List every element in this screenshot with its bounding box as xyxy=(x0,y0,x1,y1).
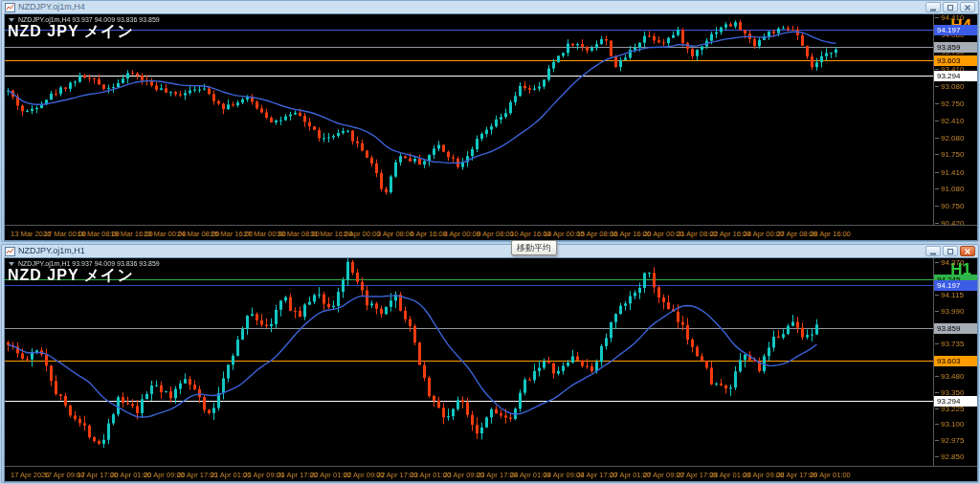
hline-price-label: 93.603 xyxy=(934,356,977,366)
window-titlebar[interactable]: NZDJPY.oj1m,H4 xyxy=(2,1,978,13)
chart-window-h1: NZDJPY.oj1m,H1 NZDJPY.oj1m,H1 93.937 94.… xyxy=(1,244,979,483)
price-scale[interactable]: 94.37094.11593.99093.73593.48093.35093.2… xyxy=(933,258,977,466)
time-tick: 6 Apr 16:00 xyxy=(411,230,447,238)
bid-price-label: 93.859 xyxy=(934,323,977,334)
close-button[interactable] xyxy=(960,2,975,12)
time-tick: 8 Apr 00:00 xyxy=(443,230,479,238)
price-tick: 92.750 xyxy=(941,100,964,108)
window-title: NZDJPY.oj1m,H1 xyxy=(18,245,85,257)
tooltip: 移動平均 xyxy=(511,240,557,255)
time-tick: 3 Apr 08:00 xyxy=(377,230,413,238)
window-controls xyxy=(925,246,975,256)
window-titlebar[interactable]: NZDJPY.oj1m,H1 xyxy=(2,245,978,257)
hline-price-label: 93.603 xyxy=(934,55,977,66)
price-tick: 91.750 xyxy=(941,151,964,159)
chart-window-h4: NZDJPY.oj1m,H4 NZDJPY.oj1m,H4 93.937 94.… xyxy=(1,0,979,242)
one-click-trading-arrow-icon[interactable] xyxy=(9,18,14,22)
chart-area: NZDJPY.oj1m,H4 93.937 94.009 93.836 93.8… xyxy=(4,13,978,241)
time-axis[interactable]: 13 Mar 202617 Mar 00:0018 Mar 08:0019 Ma… xyxy=(5,225,977,240)
price-tick: 94.115 xyxy=(941,292,964,299)
bid-price-label: 93.859 xyxy=(934,42,977,53)
price-tick: 90.750 xyxy=(941,203,964,210)
time-tick: 29 Apr 01:00 xyxy=(810,471,851,479)
chart-window-icon xyxy=(5,3,15,12)
chart-plot-canvas[interactable] xyxy=(5,258,935,466)
close-icon xyxy=(964,248,971,255)
price-tick: 91.080 xyxy=(941,186,964,193)
price-tick: 92.410 xyxy=(941,118,964,125)
chart-watermark: NZD JPY メイン xyxy=(8,266,134,286)
chart-window-icon xyxy=(5,247,15,256)
close-icon xyxy=(964,4,971,11)
time-tick: 2 Apr 00:00 xyxy=(344,230,380,238)
time-tick: 28 Apr 16:00 xyxy=(810,230,851,238)
hline-price-label: 94.197 xyxy=(934,25,977,35)
price-tick: 93.080 xyxy=(941,83,964,91)
price-tick: 94.370 xyxy=(941,259,964,267)
time-tick: 9 Apr 08:00 xyxy=(477,230,513,238)
price-tick: 93.100 xyxy=(941,421,964,429)
restore-icon xyxy=(947,248,954,255)
restore-icon xyxy=(947,4,954,11)
price-tick: 92.850 xyxy=(941,453,964,461)
price-tick: 93.480 xyxy=(941,373,964,381)
price-tick: 93.990 xyxy=(941,308,964,316)
one-click-trading-arrow-icon[interactable] xyxy=(9,262,14,266)
price-tick: 91.410 xyxy=(941,169,964,177)
minimize-button[interactable] xyxy=(925,246,941,256)
minimize-button[interactable] xyxy=(925,2,941,12)
hline-price-label: 93.294 xyxy=(934,71,977,81)
minimize-icon xyxy=(929,248,937,255)
price-tick: 92.080 xyxy=(941,135,964,143)
minimize-icon xyxy=(929,4,937,11)
price-tick: 93.735 xyxy=(941,341,964,348)
hline-price-label: 94.197 xyxy=(934,280,977,291)
time-axis[interactable]: 17 Apr 202617 Apr 09:0017 Apr 17:0020 Ap… xyxy=(5,466,977,481)
window-title: NZDJPY.oj1m,H4 xyxy=(18,1,85,13)
window-controls xyxy=(925,2,975,12)
restore-button[interactable] xyxy=(943,2,958,12)
price-tick: 94.410 xyxy=(941,14,964,22)
chart-area: NZDJPY.oj1m,H1 93.937 94.009 93.836 93.8… xyxy=(4,257,978,482)
chart-watermark: NZD JPY メイン xyxy=(8,22,134,42)
price-scale[interactable]: 94.41094.08093.75093.41093.08092.75092.4… xyxy=(933,14,977,225)
price-tick: 92.975 xyxy=(941,437,964,445)
chart-plot-canvas[interactable] xyxy=(5,14,935,225)
price-tick: 93.225 xyxy=(941,406,964,413)
restore-button[interactable] xyxy=(943,246,958,256)
hline-price-label: 93.294 xyxy=(934,396,977,407)
close-button[interactable] xyxy=(960,246,975,256)
